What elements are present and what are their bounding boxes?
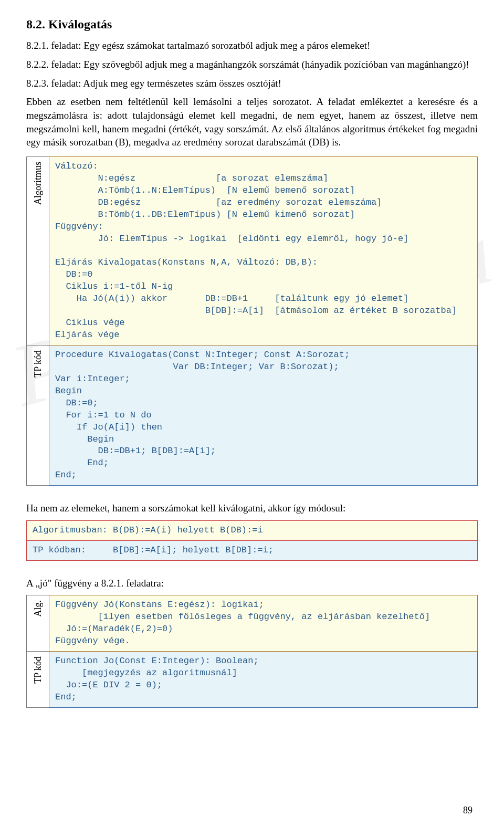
modification-intro: Ha nem az elemeket, hanem a sorszámokat … xyxy=(26,501,478,515)
algorithm-label: Algoritmus xyxy=(32,158,44,209)
jo-tp-code: Function Jo(Const E:Integer): Boolean; [… xyxy=(50,652,477,707)
algorithm-table: Algoritmus Változó: N:egész [a sorozat e… xyxy=(26,156,478,486)
algorithm-label-cell: Algoritmus xyxy=(27,156,49,345)
section-heading: 8.2. Kiválogatás xyxy=(26,16,478,33)
alg-short-label-cell: Alg. xyxy=(27,595,49,652)
tp-code-box: Procedure Kivalogatas(Const N:Integer; C… xyxy=(49,345,478,485)
jo-function-table: Alg. Függvény Jó(Konstans E:egész): logi… xyxy=(26,595,478,708)
explanation-paragraph: Ebben az esetben nem feltétlenül kell le… xyxy=(26,95,478,149)
page-number: 89 xyxy=(463,804,472,816)
modification-table: Algoritmusban: B(DB):=A(i) helyett B(DB)… xyxy=(26,520,478,561)
tp-label-cell: TP kód xyxy=(27,345,49,485)
mod-alg-code: Algoritmusban: B(DB):=A(i) helyett B(DB)… xyxy=(27,521,477,540)
algorithm-code-box: Változó: N:egész [a sorozat elemszáma] A… xyxy=(49,156,478,345)
tp-label-cell-2: TP kód xyxy=(27,652,49,708)
jo-alg-box: Függvény Jó(Konstans E:egész): logikai; … xyxy=(49,595,478,652)
jo-tp-box: Function Jo(Const E:Integer): Boolean; [… xyxy=(49,652,478,708)
task-822: 8.2.2. feladat: Egy szövegből adjuk meg … xyxy=(26,58,478,71)
task-821: 8.2.1. feladat: Egy egész számokat tarta… xyxy=(26,39,478,53)
jo-alg-code: Függvény Jó(Konstans E:egész): logikai; … xyxy=(50,596,477,651)
mod-tp-box: TP kódban: B[DB]:=A[i]; helyett B[DB]:=i… xyxy=(27,540,478,560)
algorithm-code: Változó: N:egész [a sorozat elemszáma] A… xyxy=(50,158,477,344)
tp-label: TP kód xyxy=(32,346,44,382)
task-823: 8.2.3. feladat: Adjuk meg egy természete… xyxy=(26,77,478,90)
alg-short-label: Alg. xyxy=(32,596,44,621)
jo-function-intro: A „jó" függvény a 8.2.1. feladatra: xyxy=(26,577,478,590)
tp-label-2: TP kód xyxy=(32,652,44,688)
mod-tp-code: TP kódban: B[DB]:=A[i]; helyett B[DB]:=i… xyxy=(27,541,477,560)
mod-alg-box: Algoritmusban: B(DB):=A(i) helyett B(DB)… xyxy=(27,520,478,540)
tp-code: Procedure Kivalogatas(Const N:Integer; C… xyxy=(50,346,477,485)
